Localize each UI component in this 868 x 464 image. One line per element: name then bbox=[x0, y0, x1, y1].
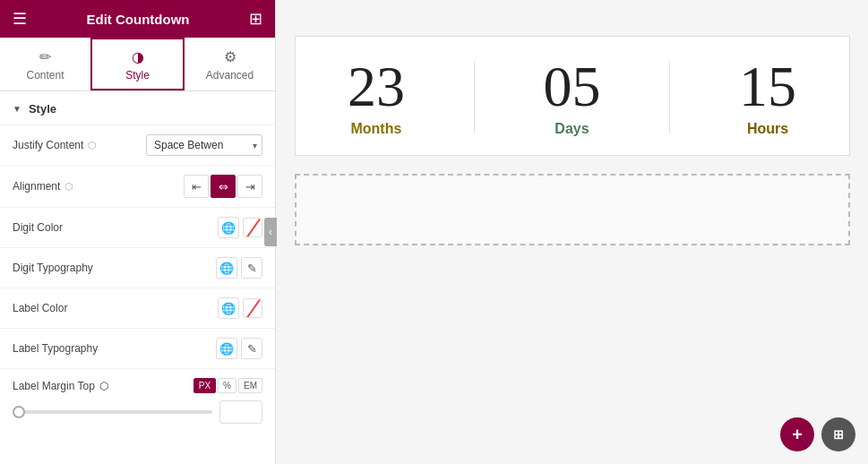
label-color-swatch[interactable] bbox=[243, 298, 262, 318]
tab-content-label: Content bbox=[26, 69, 64, 82]
tabs-row: ✏ Content ◑ Style ⚙ Advanced bbox=[0, 38, 275, 91]
justify-dropdown-wrapper: Space Betwen Space Around Space Evenly F… bbox=[146, 134, 262, 156]
unit-em-button[interactable]: EM bbox=[238, 378, 262, 393]
tab-advanced[interactable]: ⚙ Advanced bbox=[185, 38, 275, 90]
style-section-header: ▼ Style bbox=[0, 91, 275, 125]
countdown-months-digit: 23 bbox=[348, 58, 405, 116]
halfcircle-icon: ◑ bbox=[132, 48, 144, 65]
align-left-button[interactable]: ⇤ bbox=[184, 175, 209, 198]
unit-px-button[interactable]: PX bbox=[193, 378, 216, 393]
margin-slider-row bbox=[13, 400, 262, 424]
countdown-months-label: Months bbox=[350, 121, 401, 137]
label-typography-edit-icon[interactable]: ✎ bbox=[241, 338, 262, 359]
digit-color-label: Digit Color bbox=[13, 221, 63, 234]
panel-header: ☰ Edit Countdown ⊞ bbox=[0, 0, 275, 38]
label-color-global-icon[interactable]: 🌐 bbox=[218, 297, 239, 319]
justify-content-controls: Space Betwen Space Around Space Evenly F… bbox=[146, 134, 262, 156]
label-typography-text: Label Typography bbox=[13, 342, 98, 355]
alignment-buttons: ⇤ ⇔ ⇥ bbox=[184, 175, 262, 198]
label-typography-label: Label Typography bbox=[13, 342, 98, 355]
style-section-label: Style bbox=[29, 102, 56, 116]
digit-typography-edit-icon[interactable]: ✎ bbox=[241, 257, 262, 279]
align-right-button[interactable]: ⇥ bbox=[237, 175, 262, 198]
alignment-monitor-icon: ⬡ bbox=[64, 181, 73, 193]
label-margin-top-label: Label Margin Top ⬡ bbox=[13, 380, 108, 392]
gear-icon: ⚙ bbox=[224, 48, 236, 65]
hamburger-icon[interactable]: ☰ bbox=[13, 9, 27, 29]
margin-unit-buttons: PX % EM bbox=[193, 378, 262, 393]
left-panel: ☰ Edit Countdown ⊞ ✏ Content ◑ Style ⚙ A… bbox=[0, 0, 276, 464]
margin-top-input[interactable] bbox=[219, 400, 262, 424]
alignment-row: Alignment ⬡ ⇤ ⇔ ⇥ bbox=[0, 166, 275, 208]
justify-content-row: Justify Content ⬡ Space Betwen Space Aro… bbox=[0, 125, 275, 166]
countdown-hours-digit: 15 bbox=[739, 58, 796, 116]
label-margin-top-section: Label Margin Top ⬡ PX % EM bbox=[0, 369, 275, 433]
grid-icon[interactable]: ⊞ bbox=[249, 9, 262, 29]
justify-content-label: Justify Content ⬡ bbox=[13, 139, 97, 151]
digit-typography-label: Digit Typography bbox=[13, 262, 93, 274]
digit-typography-row: Digit Typography 🌐 ✎ bbox=[0, 248, 275, 288]
countdown-hours-label: Hours bbox=[747, 121, 788, 137]
digit-color-controls: 🌐 bbox=[218, 217, 262, 238]
digit-color-swatch[interactable] bbox=[243, 218, 262, 237]
digit-color-text: Digit Color bbox=[13, 221, 63, 234]
justify-content-text: Justify Content bbox=[13, 139, 83, 151]
margin-top-slider[interactable] bbox=[13, 410, 212, 414]
justify-content-select[interactable]: Space Betwen Space Around Space Evenly F… bbox=[146, 134, 262, 156]
justify-monitor-icon: ⬡ bbox=[88, 140, 97, 151]
label-margin-top-header: Label Margin Top ⬡ PX % EM bbox=[13, 378, 262, 393]
main-canvas: 23 Months 05 Days 15 Hours + ⊞ bbox=[276, 0, 868, 464]
label-color-text: Label Color bbox=[13, 302, 67, 314]
label-color-controls: 🌐 bbox=[218, 297, 262, 319]
collapse-arrow-icon[interactable]: ▼ bbox=[13, 104, 21, 114]
align-center-icon: ⇔ bbox=[219, 180, 228, 193]
countdown-item-hours: 15 Hours bbox=[739, 58, 796, 137]
unit-percent-button[interactable]: % bbox=[218, 378, 236, 393]
panel-content: ▼ Style Justify Content ⬡ Space Betwen S… bbox=[0, 91, 275, 464]
tab-style-label: Style bbox=[125, 69, 150, 82]
alignment-text: Alignment bbox=[13, 180, 60, 193]
bottom-action-buttons: + ⊞ bbox=[780, 417, 855, 451]
countdown-item-months: 23 Months bbox=[348, 58, 405, 137]
countdown-item-days: 05 Days bbox=[543, 58, 600, 137]
label-typography-global-icon[interactable]: 🌐 bbox=[216, 338, 237, 359]
label-typography-controls: 🌐 ✎ bbox=[216, 338, 262, 359]
label-margin-top-text: Label Margin Top bbox=[13, 380, 95, 392]
alignment-label: Alignment ⬡ bbox=[13, 180, 73, 193]
empty-dashed-placeholder bbox=[295, 174, 850, 245]
label-color-row: Label Color 🌐 bbox=[0, 288, 275, 329]
digit-typography-global-icon[interactable]: 🌐 bbox=[216, 257, 237, 279]
countdown-days-label: Days bbox=[554, 121, 589, 137]
pencil-icon: ✏ bbox=[39, 48, 51, 65]
panel-title: Edit Countdown bbox=[87, 12, 190, 27]
panel-collapse-arrow[interactable]: ‹ bbox=[264, 218, 277, 246]
countdown-separator-1 bbox=[474, 62, 475, 133]
countdown-days-digit: 05 bbox=[543, 58, 600, 116]
countdown-separator-2 bbox=[669, 62, 670, 133]
grid-view-button[interactable]: ⊞ bbox=[821, 417, 855, 451]
digit-typography-controls: 🌐 ✎ bbox=[216, 257, 262, 279]
margin-monitor-icon: ⬡ bbox=[99, 380, 108, 392]
digit-color-row: Digit Color 🌐 bbox=[0, 208, 275, 248]
label-color-label: Label Color bbox=[13, 302, 67, 314]
align-center-button[interactable]: ⇔ bbox=[211, 175, 236, 198]
tab-style[interactable]: ◑ Style bbox=[90, 38, 185, 90]
align-left-icon: ⇤ bbox=[192, 180, 202, 193]
countdown-widget: 23 Months 05 Days 15 Hours bbox=[295, 36, 850, 156]
label-typography-row: Label Typography 🌐 ✎ bbox=[0, 329, 275, 369]
digit-typography-text: Digit Typography bbox=[13, 262, 93, 274]
tab-content[interactable]: ✏ Content bbox=[0, 38, 90, 90]
add-element-button[interactable]: + bbox=[780, 417, 814, 451]
tab-advanced-label: Advanced bbox=[206, 69, 254, 82]
digit-color-global-icon[interactable]: 🌐 bbox=[218, 217, 239, 238]
align-right-icon: ⇥ bbox=[245, 180, 255, 193]
